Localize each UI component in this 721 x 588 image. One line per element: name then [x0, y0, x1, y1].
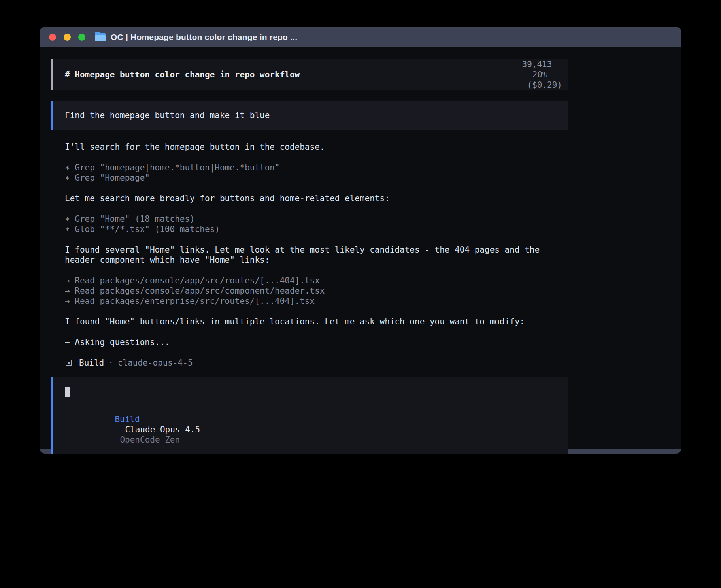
user-message: Find the homepage button and make it blu… [51, 101, 568, 130]
assistant-text-line: I found several "Home" links. Let me loo… [65, 245, 568, 265]
session-cost: ($0.29) [527, 80, 562, 90]
assistant-text-line: I found "Home" buttons/links in multiple… [65, 317, 568, 327]
agent-icon [66, 360, 72, 366]
tool-call-line: → Read packages/enterprise/src/routes/[.… [65, 296, 568, 306]
tool-call-line: ∗ Glob "**/*.tsx" (100 matches) [65, 224, 568, 234]
tool-call-line: ∗ Grep "homepage|home.*button|Home.*butt… [65, 162, 568, 173]
provider-label: OpenCode Zen [120, 435, 180, 445]
mode-label[interactable]: Build [115, 415, 140, 424]
tool-call-line: ∗ Grep "Home" (18 matches) [65, 214, 568, 224]
tool-call-group: ∗ Grep "Home" (18 matches)∗ Glob "**/*.t… [65, 214, 568, 234]
titlebar[interactable]: OC | Homepage button color change in rep… [40, 27, 681, 47]
assistant-text-line: ~ Asking questions... [65, 337, 568, 347]
input-meta: Build Claude Opus 4.5 OpenCode Zen [65, 404, 557, 454]
conversation-groups: I'll search for the homepage button in t… [51, 142, 568, 347]
agent-model: claude-opus-4-5 [118, 358, 193, 368]
assistant-text-line: Let me search more broadly for buttons a… [65, 193, 568, 204]
prompt-input[interactable]: Build Claude Opus 4.5 OpenCode Zen [51, 377, 568, 454]
session-header: # Homepage button color change in repo w… [51, 59, 568, 90]
zoom-button[interactable] [78, 34, 85, 41]
assistant-message: I found several "Home" links. Let me loo… [65, 245, 568, 265]
text-cursor [65, 387, 70, 397]
folder-icon [95, 33, 106, 41]
agent-separator: · [108, 358, 113, 368]
assistant-message: Let me search more broadly for buttons a… [65, 193, 568, 204]
tool-call-group: ∗ Grep "homepage|home.*button|Home.*butt… [65, 162, 568, 183]
assistant-text-line: I'll search for the homepage button in t… [65, 142, 568, 152]
minimize-button[interactable] [64, 34, 71, 41]
session-title: # Homepage button color change in repo w… [65, 70, 300, 80]
tool-call-line: → Read packages/console/app/src/routes/[… [65, 275, 568, 286]
session-stats: 39,413 20% ($0.29) [472, 49, 562, 100]
user-message-text: Find the homepage button and make it blu… [65, 110, 270, 121]
traffic-lights [49, 34, 85, 41]
agent-name: Build [79, 358, 104, 368]
tool-call-line: ∗ Grep "Homepage" [65, 173, 568, 183]
assistant-message: I'll search for the homepage button in t… [65, 142, 568, 152]
assistant-message: I found "Home" buttons/links in multiple… [65, 317, 568, 327]
tool-call-line: → Read packages/console/app/src/componen… [65, 286, 568, 296]
tool-call-group: → Read packages/console/app/src/routes/[… [65, 275, 568, 306]
assistant-message: ~ Asking questions... [65, 337, 568, 347]
window-title: OC | Homepage button color change in rep… [111, 32, 297, 42]
token-count: 39,413 [522, 60, 552, 69]
model-label[interactable]: Claude Opus 4.5 [125, 425, 200, 434]
terminal-window: OC | Homepage button color change in rep… [40, 27, 681, 454]
terminal-content: # Homepage button color change in repo w… [40, 47, 681, 449]
agent-status-line: Build · claude-opus-4-5 [66, 358, 568, 368]
context-percent: 20% [532, 70, 547, 79]
close-button[interactable] [49, 34, 56, 41]
